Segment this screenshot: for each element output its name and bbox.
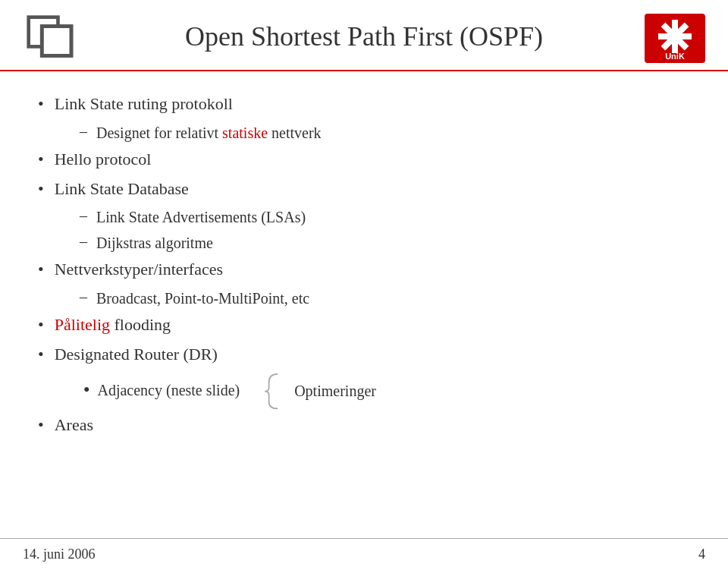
bullet-text-2: Hello protocol	[55, 148, 152, 172]
bullet-dot-4: •	[38, 260, 44, 279]
svg-rect-1	[42, 27, 71, 56]
bullet-text-1: Link State ruting protokoll	[55, 93, 233, 116]
bullet-text-6: Designated Router (DR)	[55, 343, 218, 367]
footer-date: 14. juni 2006	[23, 546, 96, 562]
sub-item-3-2: – Dijkstras algoritme	[80, 232, 690, 254]
bullet-item-7: • Areas	[38, 414, 690, 437]
page-title: Open Shortest Path First (OSPF)	[99, 20, 629, 52]
sub-items-1: – Designet for relativt statiske nettver…	[80, 122, 690, 143]
bullet-dot-1: •	[38, 94, 44, 114]
sub-dash-1: –	[80, 123, 87, 140]
highlight-palitelig: Pålitelig	[55, 315, 110, 334]
bullet-text-5: Pålitelig flooding	[55, 313, 171, 337]
sub-text-suffix: nettverk	[268, 124, 322, 141]
bullet-text-3: Link State Database	[55, 178, 189, 201]
bullet-dot-6: •	[38, 345, 44, 364]
unik-logo: UniK	[645, 14, 705, 59]
logo-squares	[23, 14, 83, 59]
sub-items-4: – Broadcast, Point-to-MultiPoint, etc	[80, 288, 690, 309]
bullet-dot-7: •	[38, 415, 44, 435]
highlight-statiske: statiske	[222, 124, 268, 141]
curly-brace-icon	[262, 373, 285, 411]
optimeringer-label: Optimeringer	[294, 383, 376, 400]
sub-dash-4-1: –	[80, 288, 87, 306]
bullet-item-3: • Link State Database	[38, 178, 690, 201]
sub-sub-items-6: ● Adjacency (neste slide) Optimeringer	[83, 373, 690, 411]
bullet-dot-3: •	[38, 179, 44, 199]
bullet-text-4: Nettverkstyper/interfaces	[55, 258, 223, 282]
bottom-row: ● Adjacency (neste slide) Optimeringer	[83, 373, 690, 411]
sub-text-1-1: Designet for relativt statiske nettverk	[96, 122, 322, 143]
sub-dash-3-1: –	[80, 207, 87, 225]
header: Open Shortest Path First (OSPF) UniK	[0, 0, 728, 71]
bullet-dot-2: •	[38, 150, 44, 169]
footer: 14. juni 2006 4	[0, 538, 728, 570]
sub-sub-bullet: ●	[83, 383, 89, 395]
content-area: • Link State ruting protokoll – Designet…	[0, 71, 728, 437]
footer-page-number: 4	[698, 546, 705, 562]
bullet-dot-5: •	[38, 315, 44, 335]
optimeringer-bracket: Optimeringer	[262, 373, 376, 411]
sub-item-4-1: – Broadcast, Point-to-MultiPoint, etc	[80, 288, 690, 309]
sub-sub-item-adjacency: ● Adjacency (neste slide)	[83, 379, 240, 401]
sub-text-3-1: Link State Advertisements (LSAs)	[96, 206, 306, 228]
sub-text-4-1: Broadcast, Point-to-MultiPoint, etc	[96, 288, 309, 309]
sub-item-1-1: – Designet for relativt statiske nettver…	[80, 122, 690, 143]
sub-text-3-2: Dijkstras algoritme	[96, 232, 213, 254]
bullet-item-4: • Nettverkstyper/interfaces	[38, 258, 690, 282]
sub-item-3-1: – Link State Advertisements (LSAs)	[80, 206, 690, 228]
sub-items-3: – Link State Advertisements (LSAs) – Dij…	[80, 206, 690, 254]
svg-text:UniK: UniK	[665, 52, 685, 61]
bullet-item-6: • Designated Router (DR)	[38, 343, 690, 367]
bullet-text-7: Areas	[55, 414, 93, 437]
bullet-item-2: • Hello protocol	[38, 148, 690, 172]
bullet5-suffix: flooding	[110, 315, 171, 334]
adjacency-text: Adjacency (neste slide)	[97, 379, 240, 401]
bullet-item-5: • Pålitelig flooding	[38, 313, 690, 337]
sub-dash-3-2: –	[80, 233, 87, 250]
bullet-item-1: • Link State ruting protokoll	[38, 93, 690, 116]
